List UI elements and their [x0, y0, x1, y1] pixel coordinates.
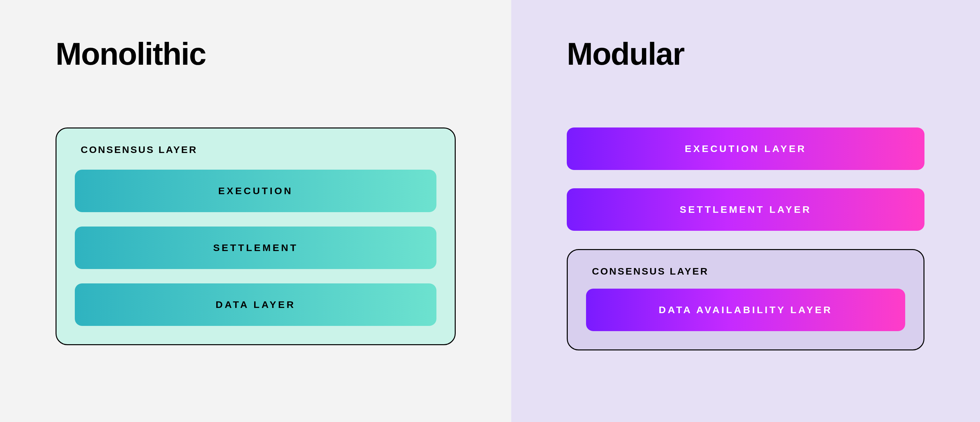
data-layer-bar: DATA LAYER — [75, 283, 436, 326]
diagram-root: Monolithic CONSENSUS LAYER EXECUTION SET… — [0, 0, 980, 422]
modular-column: Modular EXECUTION LAYER SETTLEMENT LAYER… — [511, 0, 980, 422]
settlement-bar: SETTLEMENT — [75, 226, 436, 269]
execution-bar: EXECUTION — [75, 170, 436, 212]
monolithic-column: Monolithic CONSENSUS LAYER EXECUTION SET… — [0, 0, 511, 422]
execution-layer-bar: EXECUTION LAYER — [567, 127, 924, 170]
data-availability-layer-bar: DATA AVAILABILITY LAYER — [586, 289, 905, 331]
consensus-layer-label: CONSENSUS LAYER — [586, 266, 905, 277]
monolithic-title: Monolithic — [56, 36, 456, 72]
monolithic-consensus-box: CONSENSUS LAYER EXECUTION SETTLEMENT DAT… — [56, 127, 456, 345]
modular-consensus-box: CONSENSUS LAYER DATA AVAILABILITY LAYER — [567, 249, 924, 350]
modular-stack: EXECUTION LAYER SETTLEMENT LAYER CONSENS… — [567, 127, 924, 350]
modular-title: Modular — [567, 36, 924, 72]
settlement-layer-bar: SETTLEMENT LAYER — [567, 188, 924, 231]
consensus-layer-label: CONSENSUS LAYER — [75, 144, 436, 155]
